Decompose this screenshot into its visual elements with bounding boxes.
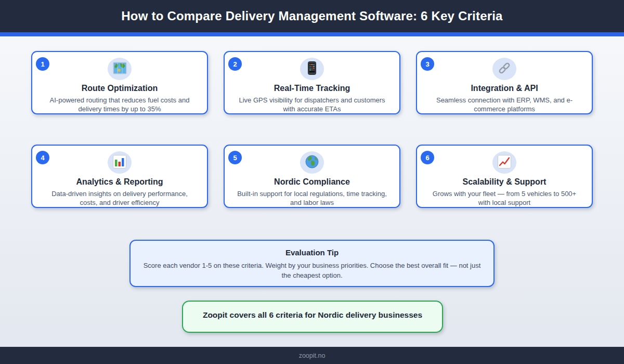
chart-increasing-icon <box>498 155 511 171</box>
criteria-row-1: 1 Route Optimization AI-powered routing … <box>31 51 593 114</box>
card-title: Nordic Compliance <box>274 177 350 187</box>
card-integration-api: 3 Integration & API Seamless connection … <box>416 51 593 114</box>
zoopit-banner: Zoopit covers all 6 criteria for Nordic … <box>182 301 443 333</box>
card-scalability-support: 6 Scalability & Support Grows with your … <box>416 145 593 208</box>
link-icon <box>497 61 512 77</box>
header-bar: How to Compare Delivery Management Softw… <box>0 0 624 32</box>
number-badge: 5 <box>228 151 242 164</box>
icon-circle <box>492 151 516 174</box>
card-description: Data-driven insights on delivery perform… <box>32 189 207 207</box>
card-title: Real-Time Tracking <box>274 84 350 93</box>
evaluation-tip-box: Evaluation Tip Score each vendor 1-5 on … <box>129 240 495 287</box>
icon-circle <box>108 151 132 174</box>
number-badge: 2 <box>228 57 242 71</box>
icon-circle <box>492 58 516 80</box>
card-nordic-compliance: 5 Nordic Compliance Built-in support for… <box>224 145 400 208</box>
infographic-page: How to Compare Delivery Management Softw… <box>0 0 624 364</box>
card-description: Live GPS visibility for dispatchers and … <box>225 96 399 113</box>
icon-circle <box>108 58 132 80</box>
mobile-phone-icon <box>308 61 316 77</box>
number-badge: 6 <box>421 151 434 164</box>
accent-bar <box>0 32 624 36</box>
banner-text: Zoopit covers all 6 criteria for Nordic … <box>183 310 442 320</box>
number-badge: 1 <box>36 57 49 71</box>
card-description: Built-in support for local regulations, … <box>225 189 399 207</box>
globe-icon <box>305 155 319 171</box>
world-map-icon <box>113 62 127 76</box>
card-description: Seamless connection with ERP, WMS, and e… <box>417 96 592 113</box>
card-title: Integration & API <box>471 84 538 93</box>
tip-text: Score each vendor 1-5 on these criteria.… <box>139 261 485 280</box>
card-description: AI-powered routing that reduces fuel cos… <box>32 96 207 113</box>
card-real-time-tracking: 2 Real-Time Tracking Live GPS visibility… <box>224 51 400 114</box>
page-title: How to Compare Delivery Management Softw… <box>121 9 502 23</box>
card-analytics-reporting: 4 Analytics & Reporting Data-driven insi… <box>31 145 208 208</box>
tip-title: Evaluation Tip <box>131 248 493 257</box>
bar-chart-icon <box>113 155 126 171</box>
footer-bar: zoopit.no <box>0 347 624 364</box>
card-route-optimization: 1 Route Optimization AI-powered routing … <box>31 51 208 114</box>
icon-circle <box>300 151 324 174</box>
criteria-row-2: 4 Analytics & Reporting Data-driven insi… <box>31 145 593 208</box>
footer-site-text: zoopit.no <box>299 352 326 359</box>
number-badge: 3 <box>421 57 434 71</box>
icon-circle <box>300 58 324 80</box>
card-title: Scalability & Support <box>463 177 547 187</box>
card-description: Grows with your fleet — from 5 vehicles … <box>417 189 592 207</box>
card-title: Route Optimization <box>82 84 158 93</box>
number-badge: 4 <box>36 151 49 164</box>
card-title: Analytics & Reporting <box>76 177 163 187</box>
